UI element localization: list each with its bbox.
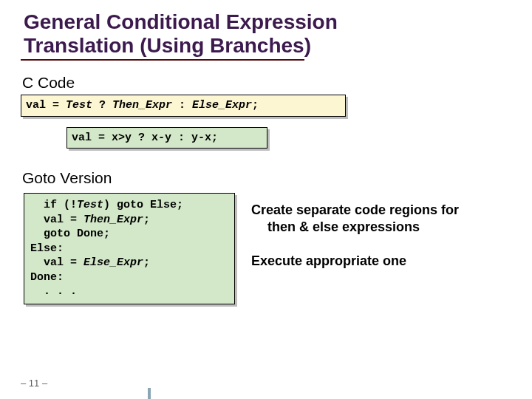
code-line: val = Else_Expr; bbox=[30, 256, 228, 270]
arrow-down-icon bbox=[148, 388, 151, 399]
title-underline bbox=[21, 59, 304, 61]
code-text: : bbox=[172, 99, 192, 112]
code-line: if (!Test) goto Else; bbox=[30, 198, 228, 213]
code-box-example: val = x>y ? x-y : y-x; bbox=[66, 127, 267, 149]
code-line: val = Then_Expr; bbox=[30, 213, 228, 228]
slide-title: General Conditional Expression Translati… bbox=[24, 10, 511, 58]
page-number: – 11 – bbox=[21, 378, 47, 389]
bullet-text: Create separate code regions for bbox=[251, 202, 459, 217]
bullet-2: Execute appropriate one bbox=[251, 253, 502, 270]
code-ital-test: Test bbox=[66, 99, 92, 112]
code-box-goto: if (!Test) goto Else; val = Then_Expr; g… bbox=[24, 193, 235, 304]
code-text: val = bbox=[30, 256, 83, 269]
bullet-1: Create separate code regions for then & … bbox=[251, 202, 502, 235]
code-text: if (! bbox=[30, 199, 77, 211]
code-text: ; bbox=[143, 256, 150, 269]
code-ital-then: Then_Expr bbox=[112, 99, 172, 112]
bullet-text: then & else expressions bbox=[251, 219, 420, 234]
code-text: ; bbox=[143, 214, 150, 226]
title-line1: General Conditional Expression bbox=[24, 10, 338, 33]
code-box-general: val = Test ? Then_Expr : Else_Expr; bbox=[21, 95, 346, 117]
code-ital-else: Else_Expr bbox=[83, 256, 143, 269]
code-line: goto Done; bbox=[30, 227, 228, 242]
code-line: Else: bbox=[30, 242, 228, 256]
code-line: . . . bbox=[30, 284, 228, 299]
explanation: Create separate code regions for then & … bbox=[251, 202, 502, 287]
section-c-code: C Code bbox=[22, 74, 511, 92]
code-ital-else: Else_Expr bbox=[192, 99, 252, 112]
code-text: val = bbox=[26, 99, 66, 112]
title-line2: Translation (Using Branches) bbox=[24, 34, 311, 57]
code-text: ) goto Else; bbox=[103, 199, 183, 211]
code-text: ; bbox=[252, 99, 259, 112]
code-ital-then: Then_Expr bbox=[83, 214, 143, 226]
code-text: ? bbox=[92, 99, 112, 112]
code-line: Done: bbox=[30, 270, 228, 285]
section-goto: Goto Version bbox=[22, 169, 511, 187]
code-text: val = bbox=[30, 214, 83, 226]
code-ital-test: Test bbox=[77, 199, 103, 211]
